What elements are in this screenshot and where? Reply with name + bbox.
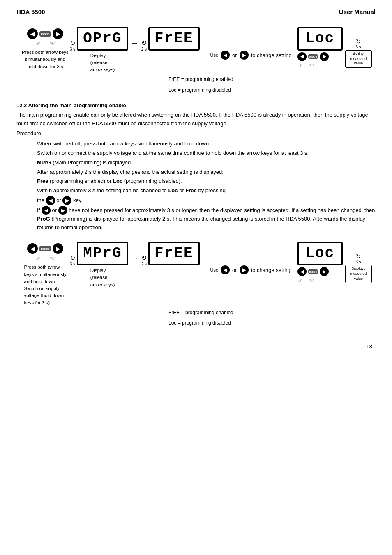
loc-key-row-1: ◀ mode ▶ [297,52,329,61]
timer2-icon: ↻ [141,39,147,47]
loc-block-2: Loc ◀ mode ▶ ☞ ☜ [297,242,343,283]
measured-block-2: ↻ 3 s Displays measured value [345,253,372,283]
use-left-arrow-1: ◀ [221,51,230,60]
diagram1-use-block: Use ◀ or ▶ to change setting [206,47,292,60]
key-row-1: ◀ mode ▶ [27,28,63,39]
loc-hand-left-1: ☞ [297,62,303,69]
step3: MPrG (Main Programming) is displayed. [37,159,376,167]
arrow1: → [131,38,139,48]
timer2-icon-2: ↻ [141,254,147,262]
lcd2-block-2: FrEE [148,242,199,265]
diagram1-left-block: ◀ mode ▶ ☞ ☜ Press both arrow keys simul… [21,27,70,70]
loc-hand-right-2: ☜ [309,277,314,283]
loc-hand-row-1: ☞ ☜ [297,62,314,69]
hand-row-1: ☞ ☜ [35,40,55,46]
page-number: - 18 - [363,343,376,350]
timer1-label-2: 3 s [70,262,75,266]
loc-block-1: Loc ◀ mode ▶ ☞ ☜ [297,27,343,69]
loc-right-arrow-1: ▶ [320,52,329,61]
timer2-block-2: ↻ 2 s [141,254,147,266]
hand-left-1: ☞ [35,40,41,46]
loc-key-row-2: ◀ mode ▶ [297,267,329,276]
inline-left-arrow-2: ◀ [42,206,51,215]
timer3-icon: ↻ [356,38,361,45]
timer1-icon: ↻ [70,39,75,47]
header-right: User Manual [339,8,376,15]
loc-right-arrow-2: ▶ [320,267,329,276]
diagram2-loc-section: Loc ◀ mode ▶ ☞ ☜ ↻ 3 s Displays measured… [296,242,372,283]
left-arrow-key-2: ◀ [27,243,38,254]
loc-mode-2: mode [308,269,318,274]
loc-mode-1: mode [308,54,318,59]
hand-row-2: ☞ ☜ [35,255,55,261]
loc-label-1: Loc = programming disabled [168,86,376,94]
diagram2-use-block: Use ◀ or ▶ to change setting [206,262,292,274]
display1-caption-2: Display (release arrow keys) [90,267,115,288]
loc-left-arrow-1: ◀ [297,52,307,61]
section-block: 12.2 Altering the main programming enabl… [16,102,376,232]
timer3-label: 3 s [356,45,361,49]
diagram1-free-section: ↻ 2 s FrEE [141,27,200,51]
timer2-label: 2 s [141,47,147,51]
diagram1-oprg-section: ↻ 3 s OPrG Display (release arrow keys) [70,27,128,73]
step6-cont: the ◀ or ▶ key. [37,196,376,205]
measured-box-1: Displays measured value [345,50,372,68]
lcd1-block-2: MPrG Display (release arrow keys) [77,242,128,288]
header-left: HDA 5500 [16,8,45,15]
timer1-label: 3 s [70,47,75,51]
free-label-1: FrEE = programming enabled [168,76,376,83]
free-label-2: FrEE = programming enabled [168,309,376,317]
loc-label-2: Loc = programming disabled [168,319,376,327]
diagram2-free-section: ↻ 2 s FrEE [141,242,200,266]
procedure-label: Procedure: [16,129,376,138]
timer3-icon-2: ↻ [356,253,361,260]
key-row-2: ◀ mode ▶ [27,243,63,254]
hand-right-1: ☜ [50,40,55,46]
page-footer: - 18 - [16,343,376,350]
lcd2-block: FrEE [148,27,199,51]
hand-left-2: ☞ [35,255,41,261]
right-arrow-key-2: ▶ [53,243,63,254]
use-line-1: Use ◀ or ▶ to change setting [210,51,292,60]
diagram2: ◀ mode ▶ ☞ ☜ Press both arrow keys simul… [21,242,376,327]
lcd1-block: OPrG Display (release arrow keys) [77,27,128,73]
lcd3-display-2: Loc [297,242,343,265]
lcd1-display: OPrG [77,27,128,51]
use-right-arrow-2: ▶ [240,265,249,274]
timer1-block-2: ↻ 3 s [70,254,75,266]
diagram2-mprg-section: ↻ 3 s MPrG Display (release arrow keys) [70,242,128,288]
diagram1-left-caption: Press both arrow keys simultaneously and… [21,49,70,70]
loc-hand-left-2: ☞ [297,277,303,283]
lcd1-display-2: MPrG [77,242,128,265]
loc-left-arrow-2: ◀ [297,267,307,276]
lcd3-display: Loc [297,27,343,51]
inline-left-arrow: ◀ [46,196,55,205]
step6: Within approximately 3 s the setting can… [37,187,376,195]
lcd2-display-2: FrEE [148,242,199,265]
use-right-arrow-1: ▶ [240,51,249,60]
timer3-label-2: 3 s [356,260,361,264]
measured-box-2: Displays measured value [345,265,372,283]
timer2-block: ↻ 2 s [141,39,147,51]
diagram2-left-block: ◀ mode ▶ ☞ ☜ Press both arrow keys simul… [21,242,70,306]
para1: The main programming enable can only be … [16,111,376,128]
right-arrow-key-1: ▶ [53,28,63,39]
step2: Switch on or connect the supply voltage … [37,149,376,158]
mode-key-1: mode [39,31,51,37]
timer1-block: ↻ 3 s [70,39,75,51]
step1: When switched off, press both arrow keys… [37,140,376,148]
step4: After approximately 2 s the display chan… [37,168,376,177]
inline-right-arrow-2: ▶ [58,206,67,215]
arrow2: → [131,253,139,263]
timer2-label-2: 2 s [141,262,147,266]
diagram1-loc-section: Loc ◀ mode ▶ ☞ ☜ ↻ 3 s Displays measured… [296,27,372,69]
loc-hand-right-1: ☜ [309,62,314,69]
timer1-icon-2: ↻ [70,254,75,262]
inline-right-arrow: ▶ [62,196,71,205]
prog-labels-2: FrEE = programming enabled Loc = program… [164,309,376,327]
section-heading: 12.2 Altering the main programming enabl… [16,102,376,108]
mode-key-2: mode [39,246,51,251]
display1-caption: Display (release arrow keys) [90,52,115,74]
left-arrow-key-1: ◀ [27,28,38,39]
measured-block-1: ↻ 3 s Displays measured value [345,38,372,68]
